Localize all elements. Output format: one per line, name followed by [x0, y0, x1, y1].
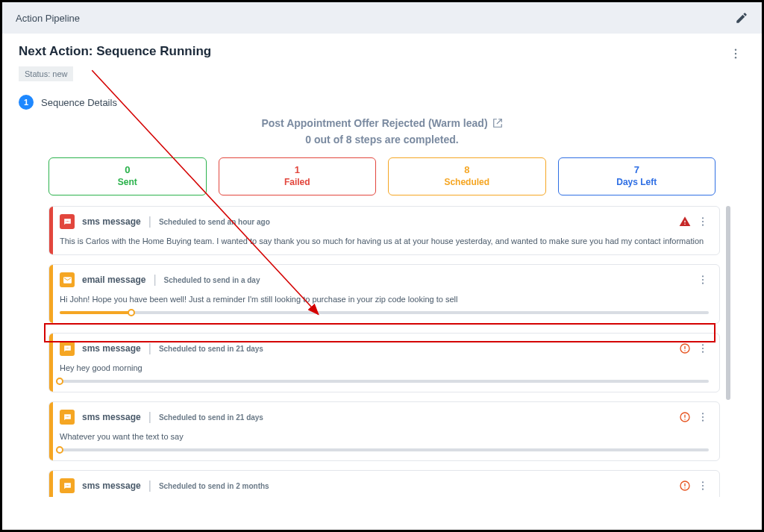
progress-knob: [56, 378, 63, 385]
step-actions: [697, 274, 709, 286]
progress-knob: [128, 309, 135, 316]
stat-label: Scheduled: [389, 177, 545, 187]
warning-triangle-icon: [679, 216, 691, 228]
step-body-text: Hi John! Hope you have been well! Just a…: [60, 295, 709, 304]
open-in-new-icon[interactable]: [492, 118, 503, 128]
warning-circle-icon: [679, 480, 691, 492]
svg-point-2: [735, 57, 736, 58]
scrollbar[interactable]: [726, 206, 730, 400]
accent-bar: [49, 207, 53, 254]
annotation-highlight-box: [44, 323, 716, 342]
accent-bar: [49, 402, 53, 460]
svg-point-17: [684, 350, 685, 351]
stat-scheduled: 8 Scheduled: [388, 157, 546, 195]
step-card[interactable]: sms message|Scheduled to send an hour ag…: [48, 206, 720, 255]
step-header: email message|Scheduled to send in a day: [60, 272, 709, 287]
progress-knob: [56, 446, 63, 454]
svg-point-32: [68, 484, 69, 485]
svg-point-18: [702, 344, 704, 345]
stat-value: 0: [49, 164, 206, 175]
divider: |: [148, 410, 151, 424]
step-card[interactable]: sms message|Scheduled to send in 2 month…: [48, 470, 720, 497]
stat-failed: 1 Failed: [219, 157, 377, 195]
svg-point-22: [66, 416, 67, 416]
svg-point-37: [702, 485, 704, 486]
more-icon[interactable]: [729, 47, 742, 60]
step-schedule-label: Scheduled to send in a day: [164, 276, 260, 284]
step-type-label: sms message: [82, 481, 141, 491]
sequence-subtitle: 0 out of 8 steps are completed.: [19, 134, 745, 145]
next-action-heading: Next Action: Sequence Running: [19, 44, 745, 59]
sequence-title: Post Appointment Offer Rejected (Warm le…: [261, 117, 487, 129]
step-schedule-label: Scheduled to send in 21 days: [159, 345, 263, 353]
step-schedule-label: Scheduled to send in 21 days: [159, 413, 263, 422]
edit-icon[interactable]: [735, 11, 748, 25]
svg-point-26: [684, 419, 685, 419]
step-actions: [679, 216, 709, 228]
stat-label: Sent: [49, 177, 206, 187]
progress-bar: [60, 311, 709, 314]
divider: |: [148, 342, 151, 355]
status-chip: Status: new: [19, 66, 73, 81]
step-type-label: sms message: [82, 216, 141, 227]
accent-bar: [49, 471, 53, 497]
svg-point-29: [702, 420, 704, 422]
svg-point-9: [702, 275, 704, 277]
more-icon[interactable]: [697, 480, 709, 492]
step-type-label: sms message: [82, 412, 141, 422]
more-icon[interactable]: [697, 342, 709, 354]
progress-bar: [60, 380, 709, 383]
svg-point-1: [735, 53, 736, 54]
stat-sent: 0 Sent: [48, 157, 207, 195]
step-actions: [679, 342, 709, 354]
stat-value: 7: [559, 164, 716, 175]
step-card[interactable]: email message|Scheduled to send in a day…: [48, 264, 720, 324]
svg-point-20: [702, 351, 704, 353]
stat-value: 8: [389, 164, 545, 175]
stat-label: Days Left: [559, 177, 716, 187]
step-body-text: Whatever you want the text to say: [60, 432, 709, 441]
svg-point-4: [66, 220, 67, 221]
svg-point-31: [66, 484, 67, 485]
more-icon[interactable]: [697, 411, 709, 423]
step-schedule-label: Scheduled to send an hour ago: [159, 218, 270, 226]
sms-icon: [60, 341, 75, 356]
step-actions: [679, 411, 709, 423]
section-label: Sequence Details: [41, 97, 117, 108]
more-icon[interactable]: [697, 274, 709, 286]
step-actions: [679, 480, 709, 492]
accent-bar: [49, 265, 53, 323]
stat-row: 0 Sent 1 Failed 8 Scheduled 7 Days Left: [48, 157, 716, 195]
stat-value: 1: [219, 164, 376, 175]
divider: |: [148, 479, 151, 492]
section-header: 1 Sequence Details: [19, 95, 745, 110]
svg-point-7: [702, 221, 704, 222]
step-type-label: sms message: [82, 343, 141, 354]
svg-point-0: [735, 49, 736, 51]
svg-point-35: [684, 487, 685, 488]
header-bar: Action Pipeline: [2, 2, 762, 34]
svg-point-10: [702, 279, 704, 281]
step-card[interactable]: sms message|Scheduled to send in 21 days…: [48, 401, 720, 461]
svg-point-8: [702, 225, 704, 226]
warning-circle-icon: [679, 411, 691, 423]
svg-point-3: [66, 220, 66, 221]
divider: |: [148, 215, 151, 228]
svg-point-19: [702, 348, 704, 349]
svg-point-5: [68, 220, 69, 221]
steps-list: sms message|Scheduled to send an hour ag…: [48, 206, 730, 497]
more-icon[interactable]: [697, 216, 709, 228]
stat-days-left: 7 Days Left: [558, 157, 716, 195]
sms-icon: [60, 410, 75, 425]
step-body-text: Hey hey good morning: [60, 363, 709, 372]
warning-circle-icon: [679, 342, 691, 354]
svg-point-14: [68, 347, 69, 348]
step-header: sms message|Scheduled to send an hour ag…: [60, 214, 709, 229]
svg-point-28: [702, 416, 704, 418]
svg-point-27: [702, 413, 704, 414]
divider: |: [153, 273, 156, 287]
svg-point-13: [66, 347, 67, 348]
svg-point-11: [702, 283, 704, 284]
svg-point-21: [66, 416, 66, 416]
step-type-label: email message: [82, 275, 145, 285]
